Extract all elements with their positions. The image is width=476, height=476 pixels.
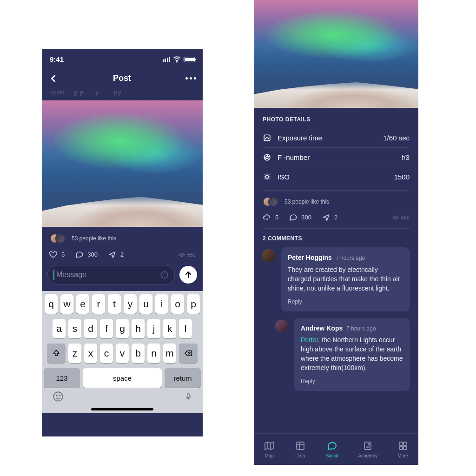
- more-icon[interactable]: [185, 77, 196, 79]
- key-b[interactable]: b: [132, 344, 145, 363]
- comment-bubble: Andrew Kops7 hours ago Perter, the North…: [294, 318, 410, 391]
- detail-value: f/3: [402, 153, 410, 161]
- message-bar: Message: [42, 265, 203, 291]
- commenter-name[interactable]: Andrew Kops: [301, 324, 343, 332]
- comment-button[interactable]: 300: [289, 213, 311, 222]
- shift-key[interactable]: [47, 344, 66, 363]
- tab-data[interactable]: Data: [295, 440, 306, 458]
- svg-point-2: [161, 271, 167, 278]
- key-j[interactable]: j: [147, 319, 160, 338]
- emoji-icon[interactable]: [52, 390, 64, 403]
- share-count: 2: [334, 214, 337, 221]
- tab-label: Data: [295, 453, 305, 458]
- share-button[interactable]: 2: [108, 250, 124, 259]
- key-k[interactable]: k: [163, 319, 176, 338]
- key-r[interactable]: r: [92, 294, 105, 314]
- numbers-key[interactable]: 123: [44, 368, 80, 388]
- text-cursor: [53, 270, 54, 280]
- reply-link[interactable]: Reply: [301, 377, 403, 385]
- comment-item: Peter Hoggins7 hours ago They are create…: [254, 247, 418, 318]
- key-d[interactable]: d: [84, 319, 97, 338]
- mic-icon[interactable]: [184, 390, 192, 403]
- send-button[interactable]: [179, 266, 197, 284]
- iso-icon: [263, 172, 271, 181]
- likes-text: 53 people like this: [284, 198, 329, 205]
- post-header: Post: [42, 67, 203, 89]
- post-image[interactable]: [254, 0, 418, 108]
- message-input[interactable]: Message: [47, 265, 175, 284]
- key-l[interactable]: l: [179, 319, 192, 338]
- svg-rect-6: [187, 393, 190, 397]
- reply-link[interactable]: Reply: [288, 298, 403, 306]
- cellular-icon: [163, 57, 171, 62]
- keyboard-row-3: zxcvbnm: [44, 344, 201, 363]
- likes-row[interactable]: 53 people like this: [254, 191, 418, 213]
- key-y[interactable]: y: [124, 294, 137, 314]
- share-button[interactable]: 2: [322, 213, 337, 222]
- key-i[interactable]: i: [155, 294, 168, 314]
- message-placeholder: Message: [56, 271, 86, 279]
- like-button[interactable]: 5: [49, 250, 65, 259]
- key-c[interactable]: c: [100, 344, 113, 363]
- tab-more[interactable]: More: [397, 440, 409, 458]
- map-icon: [264, 440, 275, 451]
- key-t[interactable]: t: [108, 294, 121, 314]
- comment-button[interactable]: 300: [75, 250, 98, 259]
- page-title: Post: [113, 73, 131, 83]
- svg-rect-16: [403, 442, 407, 445]
- views-count: 552: [178, 251, 196, 258]
- avatar[interactable]: [275, 320, 288, 333]
- key-e[interactable]: e: [76, 294, 89, 314]
- key-a[interactable]: a: [53, 319, 66, 338]
- avatar[interactable]: [262, 249, 275, 262]
- detail-row-aperture: F -numberf/3: [254, 148, 418, 167]
- key-o[interactable]: o: [171, 294, 184, 314]
- like-count: 5: [61, 251, 65, 258]
- likes-row[interactable]: 53 people like this: [42, 227, 203, 250]
- comment-icon: [75, 250, 84, 259]
- comment-body: Perter, the Northern Lights occur high a…: [301, 336, 403, 373]
- like-button[interactable]: 5: [263, 213, 278, 222]
- key-n[interactable]: n: [147, 344, 160, 363]
- svg-rect-13: [364, 442, 371, 450]
- svg-rect-17: [399, 446, 403, 450]
- key-m[interactable]: m: [163, 344, 176, 363]
- status-bar: 9:41: [42, 49, 203, 67]
- svg-rect-12: [297, 442, 304, 450]
- commenter-name[interactable]: Peter Hoggins: [288, 254, 332, 261]
- key-q[interactable]: q: [45, 294, 58, 314]
- key-z[interactable]: z: [68, 344, 81, 363]
- backspace-key[interactable]: [179, 344, 198, 363]
- tab-map[interactable]: Map: [264, 440, 275, 458]
- key-w[interactable]: w: [60, 294, 73, 314]
- detail-label: F -number: [278, 153, 310, 161]
- share-count: 2: [120, 251, 124, 258]
- return-key[interactable]: return: [165, 368, 201, 388]
- mention[interactable]: Perter: [301, 336, 318, 344]
- key-s[interactable]: s: [68, 319, 81, 338]
- comment-item-reply: Andrew Kops7 hours ago Perter, the North…: [254, 318, 418, 397]
- back-icon[interactable]: [48, 73, 59, 84]
- tab-academy[interactable]: Academy: [358, 440, 377, 458]
- battery-icon: [184, 57, 195, 62]
- tab-label: Academy: [358, 453, 377, 458]
- key-x[interactable]: x: [84, 344, 97, 363]
- cloud-plus-icon: [263, 213, 271, 222]
- home-indicator[interactable]: [91, 408, 153, 410]
- share-icon: [108, 250, 117, 259]
- moon-icon[interactable]: [160, 271, 169, 279]
- svg-point-10: [265, 175, 268, 178]
- key-h[interactable]: h: [132, 319, 145, 338]
- space-key[interactable]: space: [83, 368, 162, 388]
- key-u[interactable]: u: [139, 294, 152, 314]
- aperture-icon: [263, 153, 271, 162]
- key-v[interactable]: v: [116, 344, 129, 363]
- tab-social[interactable]: Social: [326, 440, 338, 458]
- key-f[interactable]: f: [100, 319, 113, 338]
- post-image[interactable]: [42, 100, 203, 227]
- key-g[interactable]: g: [116, 319, 129, 338]
- likes-text: 53 people like this: [72, 235, 116, 242]
- key-p[interactable]: p: [187, 294, 200, 314]
- svg-point-5: [59, 395, 60, 396]
- counters-row: 5 300 2 552: [254, 213, 418, 228]
